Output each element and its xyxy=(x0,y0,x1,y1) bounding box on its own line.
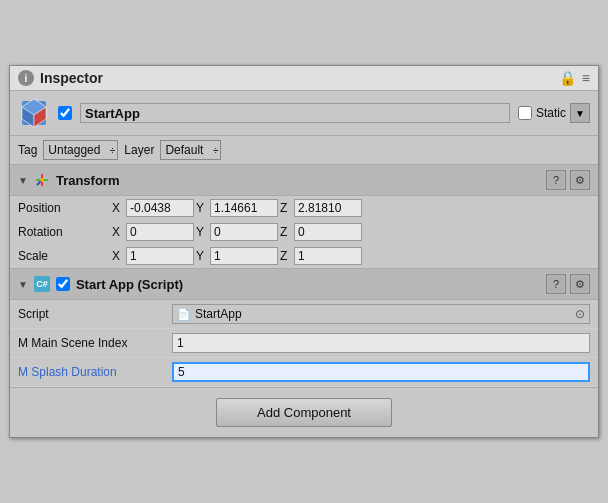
transform-header: ▼ Transform ? ⚙ xyxy=(10,165,598,196)
rotation-row: Rotation X Y Z xyxy=(10,220,598,244)
rotation-z-label: Z xyxy=(280,225,292,239)
rotation-z-input[interactable] xyxy=(294,223,362,241)
position-x-label: X xyxy=(112,201,124,215)
inspector-panel: i Inspector 🔒 ≡ Static ▼ xyxy=(9,65,599,438)
transform-help-btn[interactable]: ? xyxy=(546,170,566,190)
static-checkbox[interactable] xyxy=(518,106,532,120)
script-input-wrapper: 📄 StartApp ⊙ xyxy=(172,304,590,324)
rotation-y-label: Y xyxy=(196,225,208,239)
m-splash-input[interactable] xyxy=(172,362,590,382)
position-y-label: Y xyxy=(196,201,208,215)
scale-x-label: X xyxy=(112,249,124,263)
script-title: Start App (Script) xyxy=(76,277,183,292)
info-icon: i xyxy=(18,70,34,86)
script-file-icon: 📄 xyxy=(177,308,191,321)
tag-select[interactable]: Untagged xyxy=(43,140,118,160)
script-field-label: Script xyxy=(18,307,168,321)
m-splash-label: M Splash Duration xyxy=(18,365,168,379)
object-enabled-checkbox[interactable] xyxy=(58,106,72,120)
layer-select-wrapper: Default xyxy=(160,140,221,160)
scale-row: Scale X Y Z xyxy=(10,244,598,268)
layer-select[interactable]: Default xyxy=(160,140,221,160)
svg-point-8 xyxy=(40,178,44,182)
lock-icon[interactable]: 🔒 xyxy=(559,70,576,86)
window-title: Inspector xyxy=(40,70,103,86)
m-main-scene-row: M Main Scene Index xyxy=(10,329,598,358)
tag-select-wrapper: Untagged xyxy=(43,140,118,160)
rotation-axis-group: X Y Z xyxy=(112,223,590,241)
script-section: ▼ C# Start App (Script) ? ⚙ Script 📄 Sta… xyxy=(10,269,598,388)
static-container: Static ▼ xyxy=(518,103,590,123)
rotation-x-input[interactable] xyxy=(126,223,194,241)
script-value: StartApp xyxy=(195,307,242,321)
rotation-x-label: X xyxy=(112,225,124,239)
script-fold-arrow[interactable]: ▼ xyxy=(18,279,28,290)
position-z-input[interactable] xyxy=(294,199,362,217)
menu-icon[interactable]: ≡ xyxy=(582,70,590,86)
object-header: Static ▼ xyxy=(10,91,598,136)
scale-z-label: Z xyxy=(280,249,292,263)
rotation-y-input[interactable] xyxy=(210,223,278,241)
position-z-label: Z xyxy=(280,201,292,215)
scale-z-input[interactable] xyxy=(294,247,362,265)
scale-x-input[interactable] xyxy=(126,247,194,265)
scale-axis-group: X Y Z xyxy=(112,247,590,265)
script-buttons: ? ⚙ xyxy=(546,274,590,294)
script-component-icon: C# xyxy=(34,276,50,292)
add-component-row: Add Component xyxy=(10,388,598,437)
layer-label: Layer xyxy=(124,143,154,157)
script-target-icon[interactable]: ⊙ xyxy=(575,307,585,321)
transform-settings-btn[interactable]: ⚙ xyxy=(570,170,590,190)
position-label: Position xyxy=(18,201,108,215)
script-header: ▼ C# Start App (Script) ? ⚙ xyxy=(10,269,598,300)
transform-fold-arrow[interactable]: ▼ xyxy=(18,175,28,186)
position-y-input[interactable] xyxy=(210,199,278,217)
object-name-input[interactable] xyxy=(80,103,510,123)
rotation-label: Rotation xyxy=(18,225,108,239)
m-splash-row: M Splash Duration xyxy=(10,358,598,387)
object-icon xyxy=(18,97,50,129)
script-field-row: Script 📄 StartApp ⊙ xyxy=(10,300,598,329)
m-main-scene-label: M Main Scene Index xyxy=(18,336,168,350)
script-settings-btn[interactable]: ⚙ xyxy=(570,274,590,294)
scale-label: Scale xyxy=(18,249,108,263)
transform-icon xyxy=(34,172,50,188)
tag-layer-row: Tag Untagged Layer Default xyxy=(10,136,598,165)
script-enabled-checkbox[interactable] xyxy=(56,277,70,291)
static-label: Static xyxy=(536,106,566,120)
m-main-scene-input[interactable] xyxy=(172,333,590,353)
transform-section: ▼ Transform ? ⚙ Position X xyxy=(10,165,598,269)
position-axis-group: X Y Z xyxy=(112,199,590,217)
scale-y-label: Y xyxy=(196,249,208,263)
script-help-btn[interactable]: ? xyxy=(546,274,566,294)
title-bar: i Inspector 🔒 ≡ xyxy=(10,66,598,91)
position-x-input[interactable] xyxy=(126,199,194,217)
transform-title: Transform xyxy=(56,173,120,188)
transform-buttons: ? ⚙ xyxy=(546,170,590,190)
scale-y-input[interactable] xyxy=(210,247,278,265)
position-row: Position X Y Z xyxy=(10,196,598,220)
inspector-window: i Inspector 🔒 ≡ Static ▼ xyxy=(9,65,599,438)
tag-label: Tag xyxy=(18,143,37,157)
add-component-button[interactable]: Add Component xyxy=(216,398,392,427)
static-dropdown[interactable]: ▼ xyxy=(570,103,590,123)
